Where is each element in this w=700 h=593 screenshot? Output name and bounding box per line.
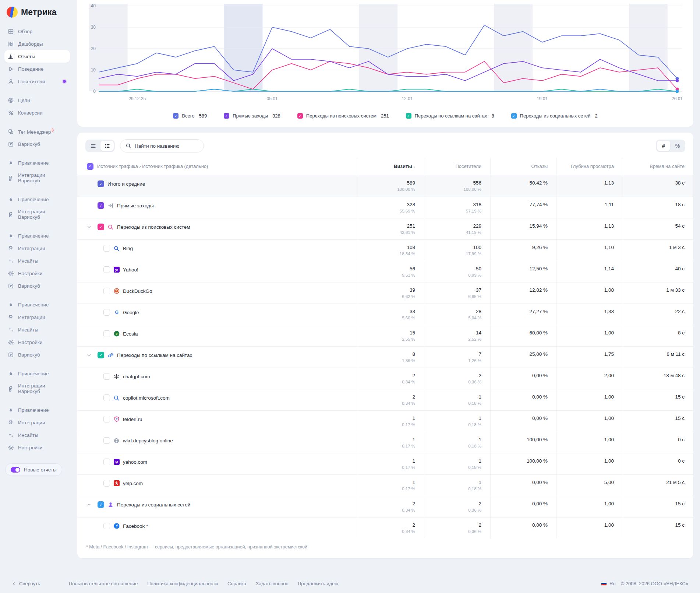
row-label[interactable]: Ecosia	[123, 331, 138, 337]
sidebar-item-povedenie[interactable]: Поведение	[4, 63, 70, 75]
toggle-on-icon[interactable]	[11, 467, 20, 473]
sidebar-item-variokub[interactable]: Вариокуб	[4, 138, 70, 150]
row-checkbox[interactable]: ✓	[98, 224, 104, 230]
search-input[interactable]	[135, 143, 198, 149]
logo[interactable]: Метрика	[7, 7, 70, 18]
sidebar-item-privlechenie[interactable]: Привлечение	[4, 157, 70, 169]
sidebar-item-integratsii-variokub[interactable]: ИнтеграцииВариокуб	[4, 206, 70, 223]
svg-text:30: 30	[91, 25, 96, 30]
legend-checkbox-icon[interactable]: ✓	[224, 113, 229, 119]
footer-link[interactable]: Предложить идею	[298, 581, 338, 586]
sidebar-item-privlechenie[interactable]: Привлечение	[4, 229, 70, 242]
sidebar-item-integratsii[interactable]: Интеграции	[4, 311, 70, 323]
sidebar-item-privlechenie[interactable]: Привлечение	[4, 298, 70, 311]
expander-chevron-down-icon[interactable]	[87, 502, 94, 508]
sidebar-item-teg-menedzher[interactable]: Тег Менеджерβ	[4, 125, 70, 138]
footer-link[interactable]: Задать вопрос	[256, 581, 288, 586]
sidebar-item-tseli[interactable]: Цели	[4, 94, 70, 106]
traffic-chart: 01020304029.12.2505.0112.0119.0126.01	[85, 3, 685, 107]
sidebar-item-insayty[interactable]: Инсайты	[4, 323, 70, 336]
row-label[interactable]: Facebook *	[123, 523, 148, 529]
sidebar-item-nastroyki[interactable]: Настройки	[4, 267, 70, 280]
column-header-время-на-сайте[interactable]: Время на сайте	[623, 158, 693, 175]
sidebar-item-integratsii-variokub[interactable]: ИнтеграцииВариокуб	[4, 380, 70, 397]
row-label[interactable]: Прямые заходы	[117, 203, 154, 208]
sidebar-item-insayty[interactable]: Инсайты	[4, 429, 70, 441]
row-label[interactable]: Yahoo!	[123, 267, 138, 273]
row-checkbox[interactable]	[103, 523, 110, 529]
sidebar-item-posetiteli[interactable]: Посетители	[4, 75, 70, 88]
row-label[interactable]: copilot.microsoft.com	[123, 395, 170, 401]
row-label[interactable]: yahoo.com	[123, 459, 147, 465]
expander-chevron-down-icon[interactable]	[87, 224, 94, 230]
sidebar-item-variokub[interactable]: Вариокуб	[4, 348, 70, 361]
footer-link[interactable]: Пользовательское соглашение	[69, 581, 138, 586]
column-header-посетители[interactable]: Посетители	[424, 158, 490, 175]
column-header-визиты[interactable]: Визиты↓	[358, 158, 424, 175]
sidebar-item-insayty[interactable]: Инсайты	[4, 255, 70, 267]
row-checkbox[interactable]	[103, 373, 110, 380]
sidebar-item-obzor[interactable]: Обзор	[4, 25, 70, 38]
expander-chevron-down-icon[interactable]	[87, 352, 94, 358]
row-label[interactable]: chatgpt.com	[123, 374, 150, 379]
sidebar-item-variokub[interactable]: Вариокуб	[4, 280, 70, 292]
row-checkbox[interactable]	[103, 437, 110, 444]
row-label[interactable]: Переходы из поисковых систем	[117, 224, 190, 230]
legend-item[interactable]: ✓Всего589	[173, 113, 207, 119]
legend-item[interactable]: ✓Переходы по ссылкам на сайтах8	[406, 113, 494, 119]
row-checkbox[interactable]	[103, 288, 110, 294]
legend-checkbox-icon[interactable]: ✓	[297, 113, 303, 119]
sidebar-item-privlechenie[interactable]: Привлечение	[4, 404, 70, 416]
select-all-checkbox[interactable]: ✓	[87, 163, 93, 170]
row-checkbox[interactable]	[103, 394, 110, 401]
sidebar-item-dashbordy[interactable]: Дашборды	[4, 38, 70, 50]
percent-format-button[interactable]: %	[671, 141, 684, 151]
sidebar-item-nastroyki[interactable]: Настройки	[4, 336, 70, 348]
row-label[interactable]: wkrl.depcysblog.online	[123, 438, 173, 443]
sidebar-item-integratsii[interactable]: Интеграции	[4, 242, 70, 255]
table-row-total: ✓Итого и средние589100,00 %556100,00 %50…	[77, 175, 693, 197]
row-checkbox[interactable]: ✓	[98, 501, 104, 508]
row-checkbox[interactable]: ✓	[98, 180, 104, 187]
sidebar-item-privlechenie[interactable]: Привлечение	[4, 193, 70, 206]
sidebar-item-nastroyki[interactable]: Настройки	[4, 441, 70, 454]
row-checkbox[interactable]	[103, 245, 110, 252]
row-checkbox[interactable]	[103, 459, 110, 465]
row-checkbox[interactable]: ✓	[98, 202, 104, 209]
row-label[interactable]: Bing	[123, 246, 133, 251]
row-checkbox[interactable]	[103, 309, 110, 316]
legend-item[interactable]: ✓Переходы из социальных сетей2	[511, 113, 598, 119]
legend-item[interactable]: ✓Переходы из поисковых систем251	[297, 113, 389, 119]
row-label[interactable]: telderi.ru	[123, 417, 142, 422]
sidebar-item-otchety[interactable]: Отчеты	[4, 50, 70, 63]
row-label[interactable]: Итого и средние	[107, 181, 145, 187]
legend-item[interactable]: ✓Прямые заходы328	[224, 113, 280, 119]
collapse-sidebar-button[interactable]: Свернуть	[12, 581, 40, 586]
footer-link[interactable]: Справка	[227, 581, 246, 586]
sidebar-item-integratsii[interactable]: Интеграции	[4, 416, 70, 429]
row-label[interactable]: Переходы из социальных сетей	[117, 502, 190, 508]
row-label[interactable]: yelp.com	[123, 481, 143, 486]
row-label[interactable]: DuckDuckGo	[123, 288, 152, 294]
legend-checkbox-icon[interactable]: ✓	[511, 113, 517, 119]
column-header-отказы[interactable]: Отказы	[490, 158, 556, 175]
row-label[interactable]: Google	[123, 310, 139, 315]
list-tree-icon[interactable]	[100, 141, 114, 151]
language-selector[interactable]: Ru	[601, 581, 616, 586]
legend-checkbox-icon[interactable]: ✓	[173, 113, 178, 119]
row-checkbox[interactable]	[103, 480, 110, 487]
row-label[interactable]: Переходы по ссылкам на сайтах	[117, 352, 192, 358]
row-checkbox[interactable]	[103, 266, 110, 273]
sidebar-item-privlechenie[interactable]: Привлечение	[4, 367, 70, 380]
new-reports-toggle[interactable]: Новые отчеты	[5, 463, 62, 476]
row-checkbox[interactable]	[103, 330, 110, 337]
row-checkbox[interactable]	[103, 416, 110, 422]
legend-checkbox-icon[interactable]: ✓	[406, 113, 411, 119]
hash-format-button[interactable]: #	[657, 141, 670, 151]
column-header-глубина-просмотра[interactable]: Глубина просмотра	[556, 158, 623, 175]
footer-link[interactable]: Политика конфиденциальности	[147, 581, 218, 586]
row-checkbox[interactable]: ✓	[98, 352, 104, 358]
list-flat-icon[interactable]	[86, 141, 100, 151]
sidebar-item-integratsii-variokub[interactable]: ИнтеграцииВариокуб	[4, 169, 70, 187]
sidebar-item-konversii[interactable]: Конверсии	[4, 106, 70, 119]
